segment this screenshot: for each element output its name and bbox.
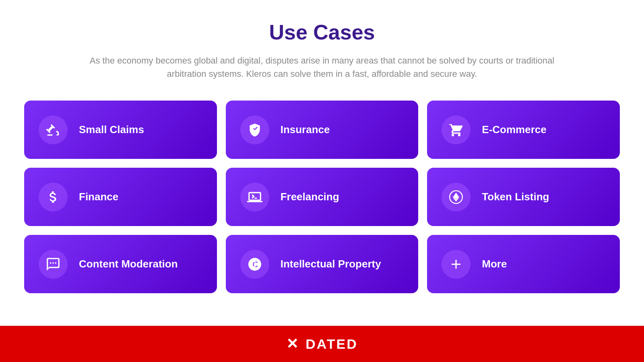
card-icon-circle-insurance — [240, 115, 269, 144]
dollar-icon — [45, 189, 61, 205]
card-label-freelancing: Freelancing — [281, 191, 339, 203]
footer-badge: DATED — [305, 336, 358, 352]
card-icon-circle-intellectual-property — [240, 250, 269, 279]
ethereum-icon — [448, 189, 464, 205]
gavel-icon — [45, 122, 61, 138]
chat-icon — [45, 257, 61, 272]
plus-icon — [448, 257, 464, 272]
svg-point-3 — [55, 262, 56, 263]
card-icon-circle-content-moderation — [39, 250, 68, 279]
card-icon-circle-freelancing — [240, 183, 269, 212]
laptop-code-icon — [247, 189, 262, 205]
card-small-claims[interactable]: Small Claims — [24, 101, 217, 159]
footer-x-icon: ✕ — [286, 337, 298, 351]
card-label-small-claims: Small Claims — [79, 123, 144, 136]
card-label-more: More — [482, 258, 507, 270]
cards-grid: Small Claims Insurance E-Commerce — [24, 101, 620, 293]
cart-icon — [448, 122, 464, 138]
card-content-moderation[interactable]: Content Moderation — [24, 235, 217, 293]
page-title: Use Cases — [269, 20, 375, 44]
card-icon-circle-small-claims — [39, 115, 68, 144]
svg-point-2 — [52, 262, 54, 263]
card-token-listing[interactable]: Token Listing — [427, 168, 620, 226]
card-label-intellectual-property: Intellectual Property — [281, 258, 381, 270]
card-finance[interactable]: Finance — [24, 168, 217, 226]
footer-bar: ✕ DATED — [0, 326, 644, 362]
shield-icon — [247, 122, 262, 138]
card-insurance[interactable]: Insurance — [226, 101, 419, 159]
card-label-token-listing: Token Listing — [482, 191, 549, 203]
card-icon-circle-more — [442, 250, 471, 279]
card-icon-circle-ecommerce — [442, 115, 471, 144]
card-icon-circle-finance — [39, 183, 68, 212]
main-content: Use Cases As the economy becomes global … — [0, 0, 644, 326]
card-more[interactable]: More — [427, 235, 620, 293]
card-label-content-moderation: Content Moderation — [79, 258, 178, 270]
page-subtitle: As the economy becomes global and digita… — [80, 54, 564, 80]
card-intellectual-property[interactable]: Intellectual Property — [226, 235, 419, 293]
card-label-insurance: Insurance — [281, 123, 330, 136]
card-freelancing[interactable]: Freelancing — [226, 168, 419, 226]
card-ecommerce[interactable]: E-Commerce — [427, 101, 620, 159]
card-label-ecommerce: E-Commerce — [482, 123, 546, 136]
card-icon-circle-token-listing — [442, 183, 471, 212]
svg-point-1 — [50, 262, 52, 263]
card-label-finance: Finance — [79, 191, 118, 203]
copyright-icon — [247, 257, 262, 272]
